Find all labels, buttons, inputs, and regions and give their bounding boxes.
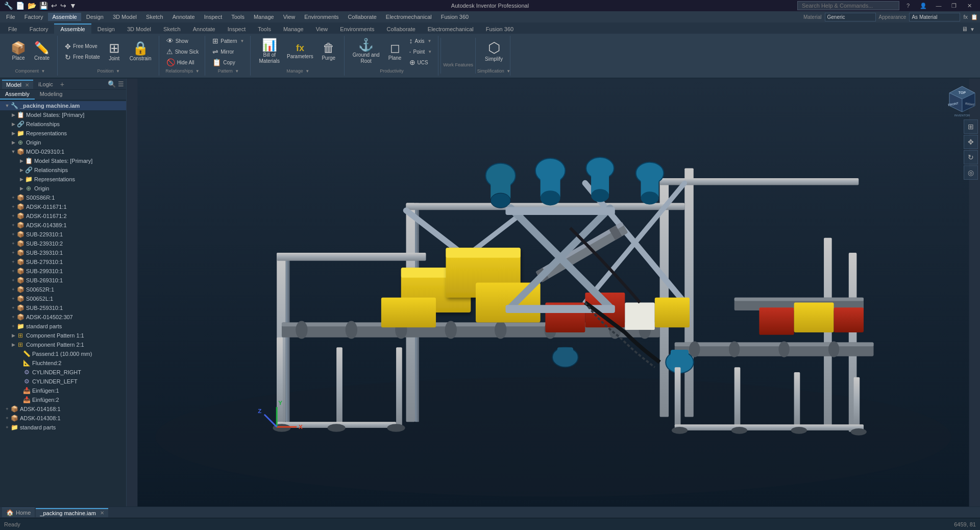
tree-item-fluchtend[interactable]: 📐 Fluchtend:2 [0,358,126,368]
viewcube[interactable]: TOP FRONT RIGHT INVENTOR [944,84,975,114]
sub259310-expand[interactable]: + [10,305,16,310]
tree-item-root[interactable]: ▼ 🔧 _packing machine.iam [0,101,126,110]
adsk014502-expand[interactable]: + [10,315,16,320]
root-expand-icon[interactable]: ▼ [4,103,10,108]
adsk014168-expand[interactable]: + [4,406,10,412]
quick-access-undo[interactable]: ↩ [51,2,57,10]
tree-item-mod029310[interactable]: ▼ 📦 MOD-029310:1 [0,147,126,156]
tree-item-s00s86r[interactable]: + 📦 S00S86R:1 [0,193,126,202]
quick-access-open[interactable]: 📂 [28,2,36,10]
zoom-extents-button[interactable]: ⊞ [964,119,978,134]
joint-button[interactable]: ⊞ Joint [103,39,126,64]
ribbon-tab-electromechanical[interactable]: Electromechanical [422,24,480,34]
menu-design[interactable]: Design [82,13,108,21]
tree-menu-icon[interactable]: ☰ [118,80,124,88]
quick-access-new[interactable]: 📄 [16,2,24,10]
origin-expand[interactable]: ▶ [10,140,16,145]
ribbon-tab-file[interactable]: File [2,24,23,34]
ribbon-tab-view[interactable]: View [310,24,334,34]
tree-item-comp-pattern-1[interactable]: ▶ ⊞ Component Pattern 1:1 [0,331,126,340]
tree-item-einfugen-1[interactable]: 📥 Einfügen:1 [0,386,126,395]
tab-close-icon[interactable]: ✕ [100,510,104,516]
formula-icon[interactable]: fx [963,14,968,20]
show-sick-button[interactable]: ⚠ Show Sick [164,46,201,57]
pattern-button[interactable]: ⊞ Pattern ▼ [210,36,246,46]
look-at-button[interactable]: ◎ [964,165,978,180]
assembly-tab[interactable]: Assembly [0,90,35,100]
simplify-button[interactable]: ⬡ Simplify [482,39,506,64]
menu-annotate[interactable]: Annotate [168,13,199,21]
tree-item-adsk011671-2[interactable]: + 📦 ADSK-011671:2 [0,211,126,221]
tree-item-standard-parts-1[interactable]: + 📁 standard parts [0,322,126,331]
tree-item-s00652r[interactable]: + 📦 S00652R:1 [0,285,126,294]
modeling-tab[interactable]: Modeling [35,90,68,100]
create-button[interactable]: ✏️ Create [31,40,53,63]
copy-button[interactable]: 📋 Copy [210,57,246,67]
sub229310-1-expand[interactable]: + [10,232,16,237]
standard-parts-2-expand[interactable]: + [4,425,10,430]
tree-item-origin-2[interactable]: ▶ ⊕ Origin [0,184,126,193]
menu-view[interactable]: View [279,13,300,21]
bill-of-materials-button[interactable]: 📊 Bill ofMaterials [256,37,283,66]
viewport[interactable]: X Y Z TOP FRON [127,79,980,507]
mirror-button[interactable]: ⇌ Mirror [210,46,246,57]
tree-item-comp-pattern-2[interactable]: ▶ ⊞ Component Pattern 2:1 [0,340,126,349]
menu-electromechanical[interactable]: Electromechanical [382,13,436,21]
menu-file[interactable]: File [2,13,19,21]
tree-item-origin[interactable]: ▶ ⊕ Origin [0,138,126,147]
tree-item-sub239310-1[interactable]: + 📦 SUB-239310:1 [0,248,126,257]
representations-2-expand[interactable]: ▶ [18,177,24,182]
point-button[interactable]: · Point ▼ [407,46,434,57]
viewport-canvas[interactable]: X Y Z [127,79,980,507]
sub269310-expand[interactable]: + [10,278,16,283]
comp-pattern-2-expand[interactable]: ▶ [10,342,16,347]
search-icon[interactable]: 🔍 [108,80,116,88]
menu-collaborate[interactable]: Collaborate [344,13,381,21]
sub239310-2-expand[interactable]: + [10,241,16,246]
tree-item-sub259310[interactable]: + 📦 SUB-259310:1 [0,303,126,312]
tree-item-cylinder-right[interactable]: ⚙ CYLINDER_RIGHT [0,368,126,377]
adsk011671-1-expand[interactable]: + [10,204,16,209]
ribbon-tab-manage[interactable]: Manage [277,24,310,34]
pan-button[interactable]: ✥ [964,135,978,149]
ribbon-tab-annotate[interactable]: Annotate [187,24,222,34]
material-dropdown[interactable]: Generic [825,13,876,21]
extra-icon[interactable]: 📋 [971,14,978,20]
adsk014389-expand[interactable]: + [10,223,16,228]
s00652l-expand[interactable]: + [10,296,16,301]
menu-sketch[interactable]: Sketch [142,13,167,21]
s00652r-expand[interactable]: + [10,287,16,292]
tree-item-s00652l[interactable]: + 📦 S00652L:1 [0,294,126,303]
minimize-button[interactable]: — [932,1,945,10]
tree-item-relationships-2[interactable]: ▶ 🔗 Relationships [0,165,126,175]
show-button[interactable]: 👁 Show [164,36,201,46]
tree-item-adsk011671-1[interactable]: + 📦 ADSK-011671:1 [0,202,126,211]
parameters-button[interactable]: fx Parameters [284,41,316,62]
axis-button[interactable]: ↕ Axis ▼ [407,36,434,46]
display-settings-btn[interactable]: 🖥 [962,26,968,33]
free-rotate-button[interactable]: ↻ Free Rotate [63,52,102,62]
relationships-2-expand[interactable]: ▶ [18,167,24,173]
tree-item-sub299310[interactable]: + 📦 SUB-299310:1 [0,267,126,276]
model-states-2-expand[interactable]: ▶ [18,158,24,163]
tree-item-sub229310-1[interactable]: + 📦 SUB-229310:1 [0,230,126,239]
ribbon-tab-tools[interactable]: Tools [252,24,277,34]
menu-environments[interactable]: Environments [300,13,342,21]
ribbon-tab-inspect[interactable]: Inspect [222,24,252,34]
appearance-dropdown[interactable]: As Material [909,13,960,21]
help-button[interactable]: ? [901,1,915,10]
standard-parts-1-expand[interactable]: + [10,324,16,329]
adsk011671-2-expand[interactable]: + [10,213,16,219]
tree-item-adsk014168[interactable]: + 📦 ADSK-014168:1 [0,404,126,414]
place-button[interactable]: 📦 Place [7,40,30,63]
tree-item-representations-2[interactable]: ▶ 📁 Representations [0,175,126,184]
ground-and-root-button[interactable]: ⚓ Ground andRoot [350,37,383,66]
ribbon-tab-factory[interactable]: Factory [23,24,55,34]
menu-3dmodel[interactable]: 3D Model [109,13,141,21]
quick-access-extra[interactable]: ▼ [69,2,77,10]
model-tab-close[interactable]: ✕ [25,82,29,88]
free-move-button[interactable]: ✥ Free Move [63,41,102,52]
menu-assemble[interactable]: Assemble [48,13,81,21]
origin-2-expand[interactable]: ▶ [18,186,24,191]
tree-item-adsk014308[interactable]: + 📦 ADSK-014308:1 [0,414,126,423]
